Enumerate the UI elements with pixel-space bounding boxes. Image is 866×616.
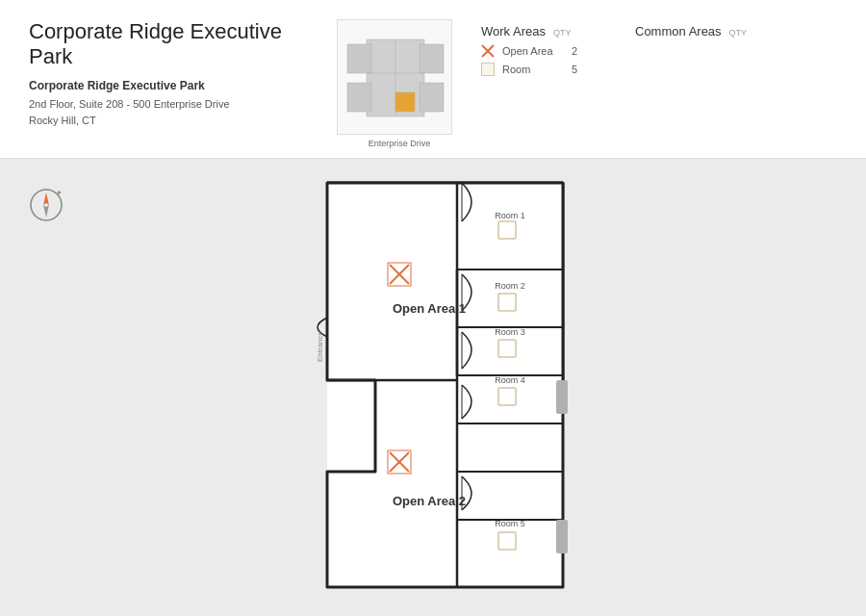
svg-text:Open Area 2: Open Area 2 xyxy=(393,494,466,508)
header: Corporate Ridge Executive Park Corporate… xyxy=(0,0,866,159)
room-label: Room xyxy=(502,64,530,75)
building-address: 2nd Floor, Suite 208 - 500 Enterprise Dr… xyxy=(29,96,318,128)
floorplan-svg: Entrance Room 1 Room 2 Room 3 Room 4 Roo… xyxy=(279,178,577,592)
building-title: Corporate Ridge Executive Park xyxy=(29,19,318,69)
floorplan: Entrance Room 1 Room 2 Room 3 Room 4 Roo… xyxy=(279,178,577,592)
address-line2: Rocky Hill, CT xyxy=(29,115,96,126)
room-icon xyxy=(481,63,495,76)
svg-rect-38 xyxy=(556,380,568,414)
work-areas-legend: Work Areas QTY Open Area 2 Room 5 xyxy=(481,24,577,81)
legend-container: Work Areas QTY Open Area 2 Room 5 xyxy=(481,19,837,81)
svg-marker-13 xyxy=(43,205,49,218)
open-area-qty: 2 xyxy=(572,45,577,57)
main-area: ✦ xyxy=(0,159,866,616)
map-label: Enterprise Drive xyxy=(337,139,462,148)
map-thumbnail xyxy=(337,19,452,135)
work-areas-title: Work Areas QTY xyxy=(481,24,577,38)
room-qty: 5 xyxy=(572,64,577,75)
svg-text:Room 4: Room 4 xyxy=(495,375,525,385)
svg-rect-4 xyxy=(420,44,444,73)
address-line1: 2nd Floor, Suite 208 - 500 Enterprise Dr… xyxy=(29,98,230,110)
svg-text:Room 5: Room 5 xyxy=(495,519,525,528)
svg-rect-2 xyxy=(347,44,371,73)
map-thumbnail-container: Enterprise Drive xyxy=(337,19,462,148)
thumbnail-svg xyxy=(338,20,452,135)
svg-rect-5 xyxy=(420,83,444,112)
svg-marker-12 xyxy=(43,192,49,205)
common-areas-title: Common Areas QTY xyxy=(635,24,747,38)
svg-text:Room 3: Room 3 xyxy=(495,327,525,337)
svg-text:Room 2: Room 2 xyxy=(495,281,525,291)
legend-open-area: Open Area 2 xyxy=(481,44,577,58)
legend-room: Room 5 xyxy=(481,63,577,76)
svg-text:Entrance: Entrance xyxy=(316,330,324,362)
open-area-label: Open Area xyxy=(502,45,553,57)
svg-text:Open Area 1: Open Area 1 xyxy=(393,301,466,316)
compass-icon: ✦ xyxy=(29,188,64,222)
svg-rect-3 xyxy=(347,83,371,112)
svg-rect-8 xyxy=(395,92,415,112)
svg-text:Room 1: Room 1 xyxy=(495,211,525,220)
compass-container: ✦ xyxy=(29,188,64,222)
common-areas-legend: Common Areas QTY xyxy=(635,24,747,81)
svg-rect-39 xyxy=(556,520,568,553)
building-subtitle: Corporate Ridge Executive Park xyxy=(29,79,318,92)
open-area-icon xyxy=(481,44,495,58)
svg-text:✦: ✦ xyxy=(56,189,63,197)
header-info: Corporate Ridge Executive Park Corporate… xyxy=(29,19,318,128)
